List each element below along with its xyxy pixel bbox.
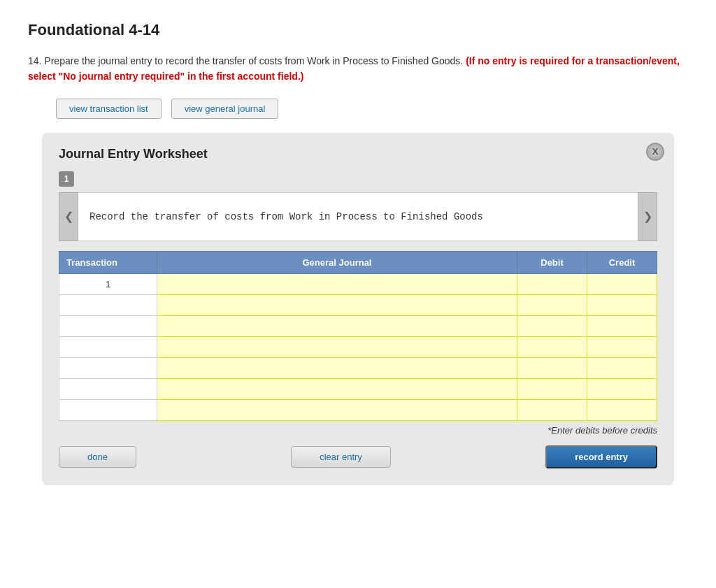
question-block: 14. Prepare the journal entry to record … [28,53,688,85]
description-text: Record the transfer of costs from Work i… [78,192,638,241]
credit-input[interactable] [587,337,657,357]
entry-number-badge: 1 [59,171,74,187]
description-row: ❮ Record the transfer of costs from Work… [59,192,657,241]
transaction-cell [59,399,157,420]
close-button[interactable]: X [646,143,664,161]
general-journal-cell[interactable] [157,294,517,315]
transaction-cell [59,315,157,336]
general-journal-input[interactable] [157,274,517,294]
view-transaction-list-button[interactable]: view transaction list [56,99,162,119]
credit-input[interactable] [587,274,657,294]
general-journal-cell[interactable] [157,336,517,357]
credit-cell[interactable] [587,357,657,378]
table-row [59,315,657,336]
credit-cell[interactable] [587,378,657,399]
general-journal-input[interactable] [157,379,517,399]
debit-input[interactable] [517,358,587,378]
credit-input[interactable] [587,358,657,378]
general-journal-cell[interactable] [157,357,517,378]
debit-cell[interactable] [517,336,587,357]
col-general-journal: General Journal [157,251,517,273]
col-credit: Credit [587,251,657,273]
credit-input[interactable] [587,400,657,420]
debit-cell[interactable] [517,399,587,420]
journal-table: Transaction General Journal Debit Credit… [59,251,657,421]
debit-input[interactable] [517,295,587,315]
credit-cell[interactable] [587,273,657,294]
next-arrow-button[interactable]: ❯ [638,192,657,241]
credit-input[interactable] [587,316,657,336]
debit-input[interactable] [517,400,587,420]
debit-cell[interactable] [517,315,587,336]
credit-input[interactable] [587,379,657,399]
top-button-row: view transaction list view general journ… [56,99,688,119]
general-journal-input[interactable] [157,316,517,336]
transaction-cell [59,378,157,399]
debit-input[interactable] [517,316,587,336]
credit-cell[interactable] [587,294,657,315]
table-row [59,336,657,357]
debit-cell[interactable] [517,294,587,315]
transaction-cell [59,336,157,357]
general-journal-cell[interactable] [157,399,517,420]
debit-input[interactable] [517,274,587,294]
general-journal-cell[interactable] [157,315,517,336]
transaction-cell: 1 [59,273,157,294]
page-title: Foundational 4-14 [28,21,688,39]
worksheet-title: Journal Entry Worksheet [59,147,657,162]
general-journal-cell[interactable] [157,378,517,399]
table-row [59,357,657,378]
transaction-cell [59,357,157,378]
prev-arrow-button[interactable]: ❮ [59,192,78,241]
general-journal-input[interactable] [157,337,517,357]
general-journal-cell[interactable] [157,273,517,294]
done-button[interactable]: done [59,446,136,468]
table-row [59,378,657,399]
view-general-journal-button[interactable]: view general journal [171,99,279,119]
question-text: Prepare the journal entry to record the … [44,55,463,66]
general-journal-input[interactable] [157,400,517,420]
table-row [59,399,657,420]
question-number: 14. [28,55,41,66]
record-entry-button[interactable]: record entry [545,445,657,468]
general-journal-input[interactable] [157,295,517,315]
credit-input[interactable] [587,295,657,315]
credit-cell[interactable] [587,336,657,357]
transaction-cell [59,294,157,315]
debit-cell[interactable] [517,273,587,294]
clear-entry-button[interactable]: clear entry [291,446,391,468]
table-header-row: Transaction General Journal Debit Credit [59,251,657,273]
debit-cell[interactable] [517,378,587,399]
general-journal-input[interactable] [157,358,517,378]
bottom-button-row: done clear entry record entry [59,445,657,468]
credit-cell[interactable] [587,399,657,420]
credit-cell[interactable] [587,315,657,336]
debit-cell[interactable] [517,357,587,378]
debit-input[interactable] [517,337,587,357]
debit-credit-note: *Enter debits before credits [59,425,657,436]
table-row [59,294,657,315]
debit-input[interactable] [517,379,587,399]
col-debit: Debit [517,251,587,273]
col-transaction: Transaction [59,251,157,273]
journal-entry-worksheet: Journal Entry Worksheet X 1 ❮ Record the… [42,133,674,485]
table-row: 1 [59,273,657,294]
